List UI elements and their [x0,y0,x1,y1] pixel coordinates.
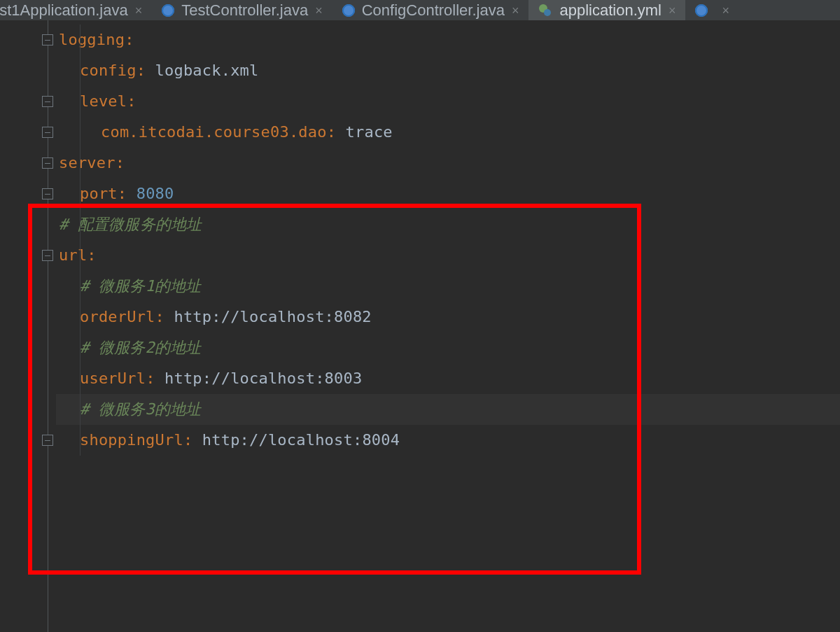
svg-point-0 [539,4,547,13]
colon: : [183,431,192,449]
yaml-key: userUrl [80,370,146,387]
colon: : [146,370,155,387]
yaml-value: http://localhost:8082 [174,308,371,325]
close-icon[interactable]: × [722,4,729,17]
tab-label: TestController.java [181,1,308,20]
code-line[interactable]: level: [56,86,840,117]
svg-point-1 [544,9,551,16]
comment-text: # 微服务1的地址 [80,277,202,295]
fold-toggle-icon[interactable] [42,157,53,169]
tab-label: Test1Application.java [0,1,128,20]
fold-guide-line [48,20,48,632]
yaml-key: config [80,62,136,79]
tab-application.yml[interactable]: application.yml× [528,0,685,20]
yaml-key: server [59,154,115,171]
fold-toggle-icon[interactable] [42,188,53,199]
comment-text: # 微服务3的地址 [80,400,202,418]
code-line[interactable]: # 微服务3的地址 [56,394,840,425]
yaml-key: level [80,92,127,110]
java-file-icon [162,4,174,17]
yaml-key: logging [59,31,125,48]
close-icon[interactable]: × [668,4,676,17]
colon: : [87,246,96,264]
yaml-value: 8080 [136,185,174,202]
yaml-value: logback.xml [155,62,259,79]
tab-TestController.java[interactable]: TestController.java× [152,0,332,20]
code-line[interactable]: logging: [56,24,840,55]
java-file-icon [695,4,708,17]
comment-text: # 微服务2的地址 [80,339,202,356]
colon: : [136,62,146,79]
editor-tab-bar: Test1Application.java×TestController.jav… [0,0,840,20]
yaml-value: http://localhost:8004 [202,431,400,449]
yaml-key: orderUrl [80,308,155,325]
code-line[interactable]: com.itcodai.course03.dao: trace [56,117,840,148]
colon: : [118,185,127,202]
yaml-key: com.itcodai.course03.dao [101,123,327,141]
code-line[interactable]: url: [56,240,840,271]
code-line[interactable]: shoppingUrl: http://localhost:8004 [56,425,840,456]
yaml-key: port [80,185,118,202]
code-area[interactable]: logging:config: logback.xmllevel:com.itc… [56,20,840,632]
code-line[interactable]: # 微服务1的地址 [56,271,840,302]
yaml-value: http://localhost:8003 [164,370,362,387]
fold-toggle-icon[interactable] [42,435,53,446]
close-icon[interactable]: × [512,4,519,17]
colon: : [127,92,136,110]
code-line[interactable]: # 微服务2的地址 [56,332,840,363]
tab-extra[interactable]: × [685,0,739,20]
close-icon[interactable]: × [315,4,323,17]
fold-toggle-icon[interactable] [42,96,53,107]
tab-Test1Application.java[interactable]: Test1Application.java× [0,0,152,20]
tab-ConfigController.java[interactable]: ConfigController.java× [332,0,529,20]
colon: : [115,154,125,171]
code-line[interactable]: port: 8080 [56,178,840,209]
colon: : [327,123,336,141]
fold-toggle-icon[interactable] [42,34,53,45]
gutter [0,20,56,632]
fold-toggle-icon[interactable] [42,127,53,138]
code-line[interactable]: userUrl: http://localhost:8003 [56,363,840,394]
indent-guide [80,24,80,456]
tab-label: ConfigController.java [362,1,505,20]
code-line[interactable]: orderUrl: http://localhost:8082 [56,302,840,332]
yaml-key: url [59,246,87,264]
code-editor[interactable]: logging:config: logback.xmllevel:com.itc… [0,20,840,632]
yaml-file-icon [538,3,552,17]
colon: : [155,308,164,325]
code-line[interactable]: config: logback.xml [56,55,840,86]
java-file-icon [342,4,355,17]
fold-toggle-icon[interactable] [42,250,53,261]
yaml-value: trace [346,123,393,141]
tab-label: application.yml [559,1,662,20]
code-line[interactable]: server: [56,148,840,178]
colon: : [125,31,134,48]
code-line[interactable]: # 配置微服务的地址 [56,209,840,240]
yaml-key: shoppingUrl [80,431,183,449]
close-icon[interactable]: × [135,4,143,17]
